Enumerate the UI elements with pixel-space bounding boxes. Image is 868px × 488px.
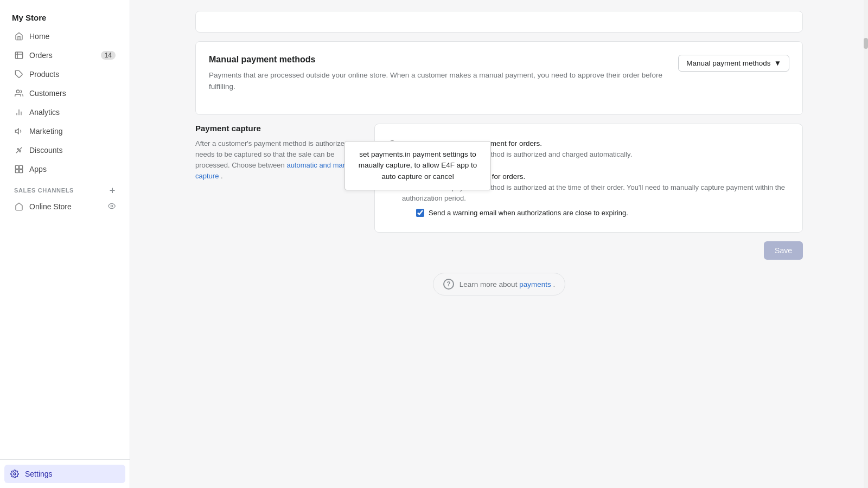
svg-point-16 [111, 205, 113, 207]
svg-rect-0 [15, 52, 22, 59]
payment-capture-section: Payment capture After a customer's payme… [195, 124, 803, 233]
orders-icon [14, 50, 24, 60]
warning-email-label: Send a warning email when authorizations… [429, 209, 628, 217]
svg-point-17 [14, 473, 16, 475]
learn-more-text: Learn more about payments . [459, 280, 555, 288]
sidebar-item-orders[interactable]: Orders 14 [9, 46, 121, 65]
sidebar-item-orders-label: Orders [29, 51, 53, 60]
settings-icon [10, 469, 20, 479]
svg-line-11 [16, 147, 22, 153]
sidebar-item-analytics-label: Analytics [29, 108, 60, 117]
svg-point-10 [20, 151, 21, 152]
apps-icon [14, 164, 24, 174]
sales-channels-label: SALES CHANNELS + [7, 179, 123, 197]
sidebar-item-discounts[interactable]: Discounts [9, 141, 121, 159]
payments-link[interactable]: payments [519, 280, 551, 288]
sidebar-item-settings-label: Settings [25, 470, 53, 478]
payment-capture-desc: After a customer's payment method is aut… [195, 138, 358, 182]
sidebar-item-home[interactable]: Home [9, 27, 121, 46]
help-icon: ? [443, 279, 454, 290]
online-store-icon [14, 202, 24, 211]
manual-payment-card: Manual payment methods ▼ Manual payment … [195, 41, 803, 115]
warning-email-checkbox[interactable] [416, 209, 424, 217]
chevron-down-icon: ▼ [774, 59, 781, 67]
save-button[interactable]: Save [764, 241, 803, 260]
manual-payment-button-label: Manual payment methods [686, 59, 770, 67]
payment-capture-left: Payment capture After a customer's payme… [195, 124, 358, 233]
svg-rect-12 [15, 165, 18, 169]
sidebar-item-customers[interactable]: Customers [9, 84, 121, 102]
analytics-icon [14, 107, 24, 117]
online-store-label: Online Store [29, 202, 72, 211]
save-row: Save [195, 241, 803, 260]
sidebar-item-online-store[interactable]: Online Store [9, 198, 121, 215]
svg-point-9 [17, 149, 19, 150]
sidebar-item-home-label: Home [29, 32, 49, 41]
orders-badge: 14 [101, 51, 116, 60]
sidebar-item-customers-label: Customers [29, 89, 66, 98]
warning-email-row: Send a warning email when authorizations… [416, 209, 789, 217]
svg-point-4 [16, 90, 19, 93]
store-name: My Store [7, 9, 123, 27]
tooltip-box: set payments.in payment settings to maua… [344, 141, 491, 190]
customers-icon [14, 88, 24, 98]
top-partial-card [195, 11, 803, 33]
sidebar-item-marketing[interactable]: Marketing [9, 122, 121, 140]
sidebar-item-products[interactable]: Products [9, 65, 121, 84]
manual-payment-button[interactable]: Manual payment methods ▼ [678, 55, 789, 72]
sidebar-item-apps-label: Apps [29, 165, 47, 174]
manual-payment-description: Payments that are processed outside your… [209, 70, 789, 93]
marketing-icon [14, 126, 24, 136]
svg-rect-14 [15, 170, 18, 173]
sidebar-item-products-label: Products [29, 70, 59, 79]
scrollbar-thumb[interactable] [864, 38, 868, 49]
sidebar-item-marketing-label: Marketing [29, 127, 62, 136]
sidebar-item-discounts-label: Discounts [29, 146, 62, 155]
add-sales-channel-button[interactable]: + [110, 185, 116, 195]
sidebar: My Store Home Orders 14 Products Custom [0, 0, 130, 488]
online-store-eye-icon[interactable] [108, 202, 116, 211]
svg-rect-15 [20, 170, 23, 173]
svg-rect-13 [20, 165, 23, 169]
svg-marker-8 [15, 129, 18, 133]
sidebar-item-apps[interactable]: Apps [9, 160, 121, 178]
main-content: set payments.in payment settings to maua… [130, 0, 868, 488]
tooltip-text: set payments.in payment settings to maua… [359, 150, 477, 181]
payment-capture-title: Payment capture [195, 124, 358, 133]
scrollbar-track[interactable] [864, 0, 868, 488]
discounts-icon [14, 145, 24, 155]
products-icon [14, 69, 24, 79]
learn-more-box: ? Learn more about payments . [433, 273, 565, 296]
sidebar-item-analytics[interactable]: Analytics [9, 103, 121, 121]
sidebar-item-settings[interactable]: Settings [4, 465, 125, 483]
home-icon [14, 31, 24, 41]
